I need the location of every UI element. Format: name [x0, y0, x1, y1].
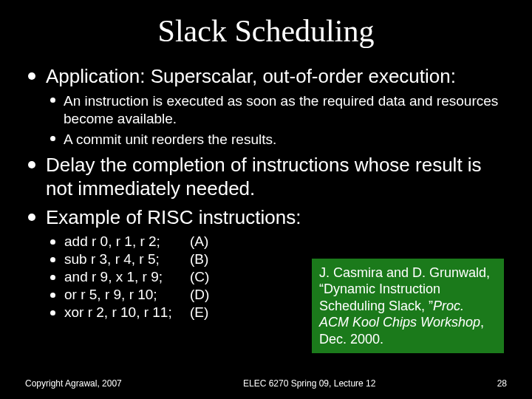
- code-row: add r 0, r 1, r 2; (A): [46, 233, 507, 250]
- bullet-icon: [50, 275, 55, 280]
- ref-title: “Dynamic Instruction Scheduling Slack, ”: [319, 282, 440, 313]
- sub-bullet: A commit unit reorders the results.: [46, 131, 507, 149]
- code-instr: and r 9, x 1, r 9;: [64, 269, 190, 285]
- bullet-delay: Delay the completion of instructions who…: [25, 154, 507, 200]
- code-label: (D): [190, 287, 234, 303]
- bullet-icon: [50, 239, 55, 245]
- code-instr: or r 5, r 9, r 10;: [64, 287, 190, 303]
- bullet-application: Application: Superscalar, out-of-order e…: [25, 65, 507, 148]
- sub-bullet-text: An instruction is executed as soon as th…: [64, 92, 507, 128]
- bullet-text: Application: Superscalar, out-of-order e…: [46, 65, 507, 88]
- ref-authors: J. Casmira and D. Grunwald,: [319, 265, 490, 280]
- code-label: (E): [190, 304, 234, 321]
- bullet-icon: [50, 310, 55, 316]
- bullet-text: Delay the completion of instructions who…: [46, 154, 507, 200]
- code-instr: add r 0, r 1, r 2;: [64, 233, 190, 250]
- reference-box: J. Casmira and D. Grunwald, “Dynamic Ins…: [312, 259, 504, 354]
- code-label: (A): [190, 233, 234, 250]
- code-instr: sub r 3, r 4, r 5;: [64, 251, 190, 267]
- footer-page-number: 28: [497, 378, 507, 389]
- bullet-icon: [50, 293, 55, 298]
- sub-bullet-text: A commit unit reorders the results.: [64, 131, 507, 149]
- sub-bullet: An instruction is executed as soon as th…: [46, 92, 507, 128]
- sub-bullet-list: An instruction is executed as soon as th…: [46, 92, 507, 148]
- slide-title: Slack Scheduling: [25, 13, 507, 49]
- code-label: (B): [190, 251, 234, 267]
- bullet-text: Example of RISC instructions:: [46, 206, 507, 229]
- code-instr: xor r 2, r 10, r 11;: [64, 304, 190, 321]
- code-label: (C): [190, 269, 234, 285]
- footer-copyright: Copyright Agrawal, 2007: [25, 378, 122, 389]
- footer-course: ELEC 6270 Spring 09, Lecture 12: [243, 378, 375, 389]
- footer: Copyright Agrawal, 2007 ELEC 6270 Spring…: [0, 378, 532, 389]
- bullet-icon: [50, 257, 55, 262]
